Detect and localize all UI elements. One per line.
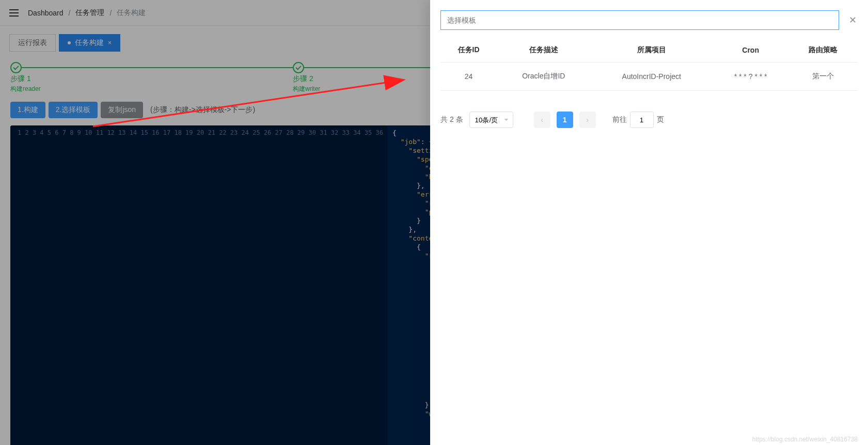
goto-page-input[interactable] bbox=[630, 112, 654, 128]
table-row[interactable]: 24 Oracle自增ID AutoIncrID-Project * * * ?… bbox=[440, 62, 858, 91]
cell-route: 第一个 bbox=[788, 62, 858, 91]
col-task-desc: 任务描述 bbox=[497, 38, 591, 62]
goto-label: 前往 bbox=[612, 115, 627, 124]
page-size-select[interactable]: 10条/页 bbox=[469, 112, 513, 128]
close-icon[interactable]: ✕ bbox=[847, 15, 858, 25]
prev-page-button[interactable]: ‹ bbox=[534, 112, 550, 128]
pagination: 共 2 条 10条/页 ‹ 1 › 前往 页 bbox=[430, 91, 868, 138]
col-task-id: 任务ID bbox=[440, 38, 497, 62]
cell-project: AutoIncrID-Project bbox=[591, 62, 713, 91]
cell-task-id: 24 bbox=[440, 62, 497, 91]
col-project: 所属项目 bbox=[591, 38, 713, 62]
goto-suffix: 页 bbox=[657, 115, 664, 124]
table-header-row: 任务ID 任务描述 所属项目 Cron 路由策略 bbox=[440, 38, 858, 62]
cell-cron: * * * ? * * * bbox=[713, 62, 788, 91]
watermark: https://blog.csdn.net/weixin_40816738 bbox=[752, 436, 858, 443]
template-search-input[interactable] bbox=[440, 10, 839, 30]
col-route: 路由策略 bbox=[788, 38, 858, 62]
col-cron: Cron bbox=[713, 38, 788, 62]
next-page-button[interactable]: › bbox=[579, 112, 596, 128]
cell-task-desc: Oracle自增ID bbox=[497, 62, 591, 91]
select-template-modal: ✕ 任务ID 任务描述 所属项目 Cron 路由策略 24 Oracle自增ID… bbox=[430, 0, 868, 445]
template-table: 任务ID 任务描述 所属项目 Cron 路由策略 24 Oracle自增ID A… bbox=[440, 38, 858, 91]
pagination-total: 共 2 条 bbox=[440, 115, 463, 124]
page-number-button[interactable]: 1 bbox=[557, 112, 573, 128]
